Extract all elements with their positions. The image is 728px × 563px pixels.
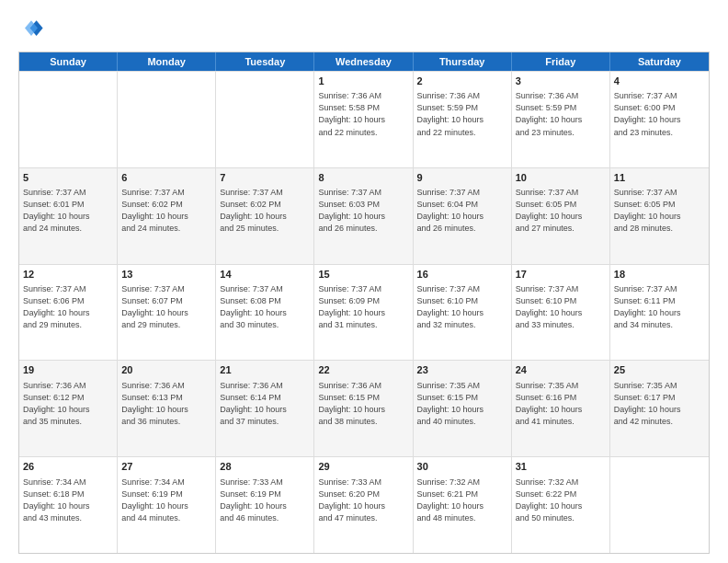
day-number: 27 xyxy=(121,460,211,474)
table-row: 20Sunrise: 7:36 AMSunset: 6:13 PMDayligh… xyxy=(118,361,216,456)
cell-info: Sunrise: 7:36 AMSunset: 5:59 PMDaylight:… xyxy=(516,90,606,138)
table-row xyxy=(216,72,314,167)
calendar-row-1: 1Sunrise: 7:36 AMSunset: 5:58 PMDaylight… xyxy=(19,71,709,167)
day-number: 22 xyxy=(318,363,408,377)
cell-info: Sunrise: 7:37 AMSunset: 6:04 PMDaylight:… xyxy=(417,187,507,235)
table-row: 14Sunrise: 7:37 AMSunset: 6:08 PMDayligh… xyxy=(216,265,314,361)
day-number: 14 xyxy=(220,268,310,282)
table-row: 27Sunrise: 7:34 AMSunset: 6:19 PMDayligh… xyxy=(118,457,216,553)
table-row: 1Sunrise: 7:36 AMSunset: 5:58 PMDaylight… xyxy=(314,72,413,167)
table-row: 16Sunrise: 7:37 AMSunset: 6:10 PMDayligh… xyxy=(414,265,512,361)
cell-info: Sunrise: 7:37 AMSunset: 6:11 PMDaylight:… xyxy=(614,283,705,331)
day-number: 17 xyxy=(516,268,606,282)
day-number: 18 xyxy=(614,268,705,282)
table-row: 13Sunrise: 7:37 AMSunset: 6:07 PMDayligh… xyxy=(118,265,216,361)
table-row xyxy=(610,457,709,553)
table-row: 24Sunrise: 7:35 AMSunset: 6:16 PMDayligh… xyxy=(512,361,610,456)
day-number: 8 xyxy=(318,171,408,185)
table-row: 11Sunrise: 7:37 AMSunset: 6:05 PMDayligh… xyxy=(610,168,709,264)
logo xyxy=(18,17,48,42)
day-number: 1 xyxy=(318,75,408,88)
day-number: 31 xyxy=(516,460,606,474)
cell-info: Sunrise: 7:36 AMSunset: 5:58 PMDaylight:… xyxy=(318,90,408,138)
cell-info: Sunrise: 7:36 AMSunset: 6:15 PMDaylight:… xyxy=(318,380,408,428)
cell-info: Sunrise: 7:37 AMSunset: 6:05 PMDaylight:… xyxy=(614,187,705,235)
cell-info: Sunrise: 7:32 AMSunset: 6:21 PMDaylight:… xyxy=(417,477,507,524)
header-cell-saturday: Saturday xyxy=(610,52,709,71)
table-row: 17Sunrise: 7:37 AMSunset: 6:10 PMDayligh… xyxy=(512,265,610,361)
cell-info: Sunrise: 7:35 AMSunset: 6:15 PMDaylight:… xyxy=(417,380,507,428)
cell-info: Sunrise: 7:37 AMSunset: 6:07 PMDaylight:… xyxy=(121,283,211,331)
logo-icon xyxy=(18,17,44,42)
cell-info: Sunrise: 7:37 AMSunset: 6:05 PMDaylight:… xyxy=(516,187,606,235)
table-row xyxy=(19,72,118,167)
cell-info: Sunrise: 7:35 AMSunset: 6:17 PMDaylight:… xyxy=(614,380,705,428)
page: SundayMondayTuesdayWednesdayThursdayFrid… xyxy=(0,0,728,563)
day-number: 4 xyxy=(614,75,705,88)
cell-info: Sunrise: 7:35 AMSunset: 6:16 PMDaylight:… xyxy=(516,380,606,428)
table-row: 19Sunrise: 7:36 AMSunset: 6:12 PMDayligh… xyxy=(19,361,118,456)
header-cell-wednesday: Wednesday xyxy=(314,52,413,71)
day-number: 16 xyxy=(417,268,507,282)
header-cell-tuesday: Tuesday xyxy=(216,52,314,71)
day-number: 24 xyxy=(516,363,606,377)
table-row: 6Sunrise: 7:37 AMSunset: 6:02 PMDaylight… xyxy=(118,168,216,264)
day-number: 19 xyxy=(23,363,113,377)
day-number: 29 xyxy=(318,460,408,474)
cell-info: Sunrise: 7:34 AMSunset: 6:18 PMDaylight:… xyxy=(23,477,113,524)
table-row: 22Sunrise: 7:36 AMSunset: 6:15 PMDayligh… xyxy=(314,361,413,456)
table-row: 25Sunrise: 7:35 AMSunset: 6:17 PMDayligh… xyxy=(610,361,709,456)
table-row: 9Sunrise: 7:37 AMSunset: 6:04 PMDaylight… xyxy=(414,168,512,264)
table-row: 15Sunrise: 7:37 AMSunset: 6:09 PMDayligh… xyxy=(314,265,413,361)
cell-info: Sunrise: 7:37 AMSunset: 6:02 PMDaylight:… xyxy=(220,187,310,235)
day-number: 30 xyxy=(417,460,507,474)
cell-info: Sunrise: 7:37 AMSunset: 6:03 PMDaylight:… xyxy=(318,187,408,235)
cell-info: Sunrise: 7:37 AMSunset: 6:10 PMDaylight:… xyxy=(516,283,606,331)
calendar-row-5: 26Sunrise: 7:34 AMSunset: 6:18 PMDayligh… xyxy=(19,456,709,553)
cell-info: Sunrise: 7:33 AMSunset: 6:20 PMDaylight:… xyxy=(318,477,408,524)
day-number: 20 xyxy=(121,363,211,377)
table-row: 23Sunrise: 7:35 AMSunset: 6:15 PMDayligh… xyxy=(414,361,512,456)
table-row: 12Sunrise: 7:37 AMSunset: 6:06 PMDayligh… xyxy=(19,265,118,361)
cell-info: Sunrise: 7:32 AMSunset: 6:22 PMDaylight:… xyxy=(516,477,606,524)
table-row: 3Sunrise: 7:36 AMSunset: 5:59 PMDaylight… xyxy=(512,72,610,167)
day-number: 3 xyxy=(516,75,606,88)
table-row: 8Sunrise: 7:37 AMSunset: 6:03 PMDaylight… xyxy=(314,168,413,264)
day-number: 13 xyxy=(121,268,211,282)
day-number: 12 xyxy=(23,268,113,282)
table-row xyxy=(118,72,216,167)
header-cell-monday: Monday xyxy=(118,52,216,71)
cell-info: Sunrise: 7:34 AMSunset: 6:19 PMDaylight:… xyxy=(121,477,211,524)
cell-info: Sunrise: 7:37 AMSunset: 6:00 PMDaylight:… xyxy=(614,90,705,138)
day-number: 21 xyxy=(220,363,310,377)
day-number: 2 xyxy=(417,75,507,88)
cell-info: Sunrise: 7:36 AMSunset: 6:13 PMDaylight:… xyxy=(121,380,211,428)
table-row: 18Sunrise: 7:37 AMSunset: 6:11 PMDayligh… xyxy=(610,265,709,361)
cell-info: Sunrise: 7:33 AMSunset: 6:19 PMDaylight:… xyxy=(220,477,310,524)
table-row: 2Sunrise: 7:36 AMSunset: 5:59 PMDaylight… xyxy=(414,72,512,167)
calendar: SundayMondayTuesdayWednesdayThursdayFrid… xyxy=(18,52,710,554)
day-number: 10 xyxy=(516,171,606,185)
table-row: 29Sunrise: 7:33 AMSunset: 6:20 PMDayligh… xyxy=(314,457,413,553)
header-cell-thursday: Thursday xyxy=(414,52,512,71)
day-number: 25 xyxy=(614,363,705,377)
calendar-header: SundayMondayTuesdayWednesdayThursdayFrid… xyxy=(19,52,709,71)
cell-info: Sunrise: 7:37 AMSunset: 6:10 PMDaylight:… xyxy=(417,283,507,331)
cell-info: Sunrise: 7:37 AMSunset: 6:08 PMDaylight:… xyxy=(220,283,310,331)
day-number: 6 xyxy=(121,171,211,185)
cell-info: Sunrise: 7:37 AMSunset: 6:06 PMDaylight:… xyxy=(23,283,113,331)
day-number: 11 xyxy=(614,171,705,185)
day-number: 7 xyxy=(220,171,310,185)
header-cell-sunday: Sunday xyxy=(19,52,118,71)
calendar-row-4: 19Sunrise: 7:36 AMSunset: 6:12 PMDayligh… xyxy=(19,360,709,456)
header-cell-friday: Friday xyxy=(512,52,610,71)
cell-info: Sunrise: 7:37 AMSunset: 6:01 PMDaylight:… xyxy=(23,187,113,235)
table-row: 28Sunrise: 7:33 AMSunset: 6:19 PMDayligh… xyxy=(216,457,314,553)
table-row: 7Sunrise: 7:37 AMSunset: 6:02 PMDaylight… xyxy=(216,168,314,264)
table-row: 31Sunrise: 7:32 AMSunset: 6:22 PMDayligh… xyxy=(512,457,610,553)
day-number: 9 xyxy=(417,171,507,185)
cell-info: Sunrise: 7:36 AMSunset: 5:59 PMDaylight:… xyxy=(417,90,507,138)
day-number: 23 xyxy=(417,363,507,377)
day-number: 26 xyxy=(23,460,113,474)
day-number: 28 xyxy=(220,460,310,474)
